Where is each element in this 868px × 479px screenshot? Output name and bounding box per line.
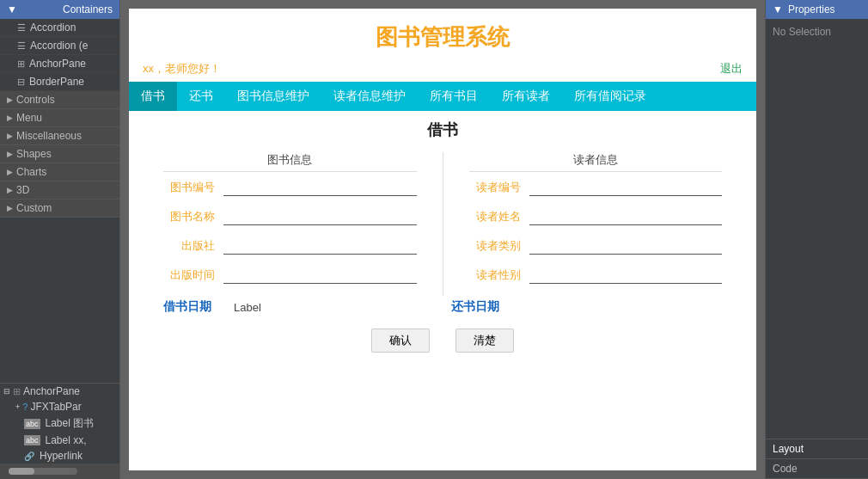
nav-book-info[interactable]: 图书信息维护	[225, 82, 321, 111]
nav-all-records[interactable]: 所有借阅记录	[562, 82, 658, 111]
tree-label-xx-text: Label xx,	[46, 434, 87, 446]
section-3d[interactable]: ▶ 3D	[0, 181, 119, 200]
controls-arrow: ▶	[7, 95, 13, 104]
book-name-input[interactable]	[223, 208, 417, 225]
reader-gender-input[interactable]	[529, 267, 723, 284]
main-area: 图书管理系统 xx，老师您好！ 退出 借书 还书 图书信息维护 读者信息维护 所…	[120, 0, 765, 479]
borrow-date-label: 借书日期	[163, 299, 211, 315]
section-custom[interactable]: ▶ Custom	[0, 200, 119, 218]
sidebar-item-accordion-e[interactable]: ☰ Accordion (e	[0, 37, 119, 55]
pub-date-input[interactable]	[223, 267, 417, 284]
nav-all-books[interactable]: 所有书目	[418, 82, 490, 111]
publisher-row: 出版社	[163, 237, 417, 255]
pub-date-row: 出版时间	[163, 267, 417, 284]
nav-all-readers[interactable]: 所有读者	[490, 82, 562, 111]
properties-footer: Layout Code	[766, 439, 868, 479]
component-tree: ⊟ ⊞ AnchorPane + ? JFXTabPar abc Label 图…	[0, 383, 119, 464]
tree-expand-icon: +	[15, 402, 20, 411]
3d-arrow: ▶	[7, 186, 13, 194]
sidebar-item-borderpane[interactable]: ⊟ BorderPane	[0, 73, 119, 91]
app-logout[interactable]: 退出	[720, 61, 743, 77]
book-info-col: 图书信息 图书编号 图书名称 出版社 出版时间	[146, 152, 434, 296]
panel-header-arrow: ▼	[7, 3, 17, 15]
containers-header: ▼ Containers	[0, 0, 119, 19]
left-scrollbar[interactable]	[0, 464, 119, 479]
layout-tab[interactable]: Layout	[766, 439, 868, 459]
menu-label: Menu	[16, 112, 42, 124]
borrow-date-value: Label	[234, 301, 261, 314]
properties-arrow: ▼	[773, 3, 783, 15]
reader-name-row: 读者姓名	[469, 208, 723, 225]
hyperlink-icon: 🔗	[24, 451, 34, 461]
design-canvas: 图书管理系统 xx，老师您好！ 退出 借书 还书 图书信息维护 读者信息维护 所…	[129, 9, 756, 470]
label-book-icon: abc	[24, 419, 40, 429]
reader-id-row: 读者编号	[469, 179, 723, 196]
containers-label: Containers	[63, 3, 113, 15]
tree-hyperlink[interactable]: 🔗 Hyperlink	[0, 448, 119, 464]
tree-label-book[interactable]: abc Label 图书	[0, 415, 119, 433]
no-selection-text: No Selection	[773, 26, 831, 38]
controls-label: Controls	[16, 94, 55, 106]
jfxtab-icon: ?	[22, 402, 28, 412]
properties-label: Properties	[788, 3, 835, 15]
sidebar-item-anchorpane[interactable]: ⊞ AnchorPane	[0, 55, 119, 73]
tree-jfxtabpane[interactable]: + ? JFXTabPar	[0, 399, 119, 415]
reader-type-label: 读者类别	[469, 238, 521, 254]
tree-jfxtab-label: JFXTabPar	[30, 401, 81, 413]
tree-hyperlink-text: Hyperlink	[40, 450, 83, 462]
shapes-arrow: ▶	[7, 150, 13, 158]
section-menu[interactable]: ▶ Menu	[0, 109, 119, 127]
section-charts[interactable]: ▶ Charts	[0, 163, 119, 181]
reader-name-input[interactable]	[529, 208, 723, 225]
menu-arrow: ▶	[7, 114, 13, 122]
layout-tab-label: Layout	[773, 443, 804, 455]
sidebar-item-accordion[interactable]: ☰ Accordion	[0, 19, 119, 37]
properties-content: No Selection	[766, 19, 868, 439]
scroll-track[interactable]	[9, 468, 77, 475]
return-date-label: 还书日期	[451, 299, 499, 315]
book-id-input[interactable]	[223, 179, 417, 196]
app-title: 图书管理系统	[129, 9, 756, 61]
pub-date-label: 出版时间	[163, 267, 215, 283]
reader-id-input[interactable]	[529, 179, 723, 196]
left-panel: ▼ Containers ☰ Accordion ☰ Accordion (e …	[0, 0, 120, 479]
form-title: 借书	[146, 120, 739, 140]
borderpane-icon: ⊟	[17, 77, 25, 88]
section-shapes[interactable]: ▶ Shapes	[0, 145, 119, 163]
book-id-row: 图书编号	[163, 179, 417, 196]
borderpane-label: BorderPane	[29, 76, 84, 88]
tree-anchorpane-label: AnchorPane	[23, 385, 80, 397]
section-controls[interactable]: ▶ Controls	[0, 91, 119, 109]
right-panel: ▼ Properties No Selection Layout Code	[765, 0, 868, 479]
clear-button[interactable]: 清楚	[455, 329, 514, 353]
publisher-label: 出版社	[163, 238, 215, 254]
accordion-e-label: Accordion (e	[30, 40, 88, 52]
app-nav: 借书 还书 图书信息维护 读者信息维护 所有书目 所有读者 所有借阅记录	[129, 82, 756, 111]
accordion-icon: ☰	[17, 22, 26, 34]
nav-return[interactable]: 还书	[177, 82, 225, 111]
reader-gender-row: 读者性别	[469, 267, 723, 284]
reader-col-title: 读者信息	[469, 152, 723, 172]
app-header-bar: xx，老师您好！ 退出	[129, 61, 756, 77]
book-col-title: 图书信息	[163, 152, 417, 172]
scroll-thumb[interactable]	[9, 468, 34, 475]
3d-label: 3D	[16, 184, 29, 196]
col-divider	[443, 152, 443, 296]
reader-type-row: 读者类别	[469, 237, 723, 255]
sidebar-scroll[interactable]: ☰ Accordion ☰ Accordion (e ⊞ AnchorPane …	[0, 19, 119, 383]
form-two-col: 图书信息 图书编号 图书名称 出版社 出版时间	[146, 152, 739, 296]
reader-info-col: 读者信息 读者编号 读者姓名 读者类别 读者性别	[452, 152, 740, 296]
nav-borrow[interactable]: 借书	[129, 82, 177, 111]
reader-type-input[interactable]	[529, 237, 723, 255]
anchorpane-label: AnchorPane	[29, 58, 86, 70]
reader-name-label: 读者姓名	[469, 209, 521, 224]
nav-reader-info[interactable]: 读者信息维护	[321, 82, 418, 111]
book-name-label: 图书名称	[163, 209, 215, 224]
publisher-input[interactable]	[223, 237, 417, 255]
confirm-button[interactable]: 确认	[371, 329, 430, 353]
code-tab[interactable]: Code	[766, 459, 868, 479]
anchorpane-icon: ⊞	[17, 58, 25, 70]
tree-anchorpane[interactable]: ⊟ ⊞ AnchorPane	[0, 384, 119, 399]
tree-label-xx[interactable]: abc Label xx,	[0, 433, 119, 448]
section-miscellaneous[interactable]: ▶ Miscellaneous	[0, 127, 119, 145]
